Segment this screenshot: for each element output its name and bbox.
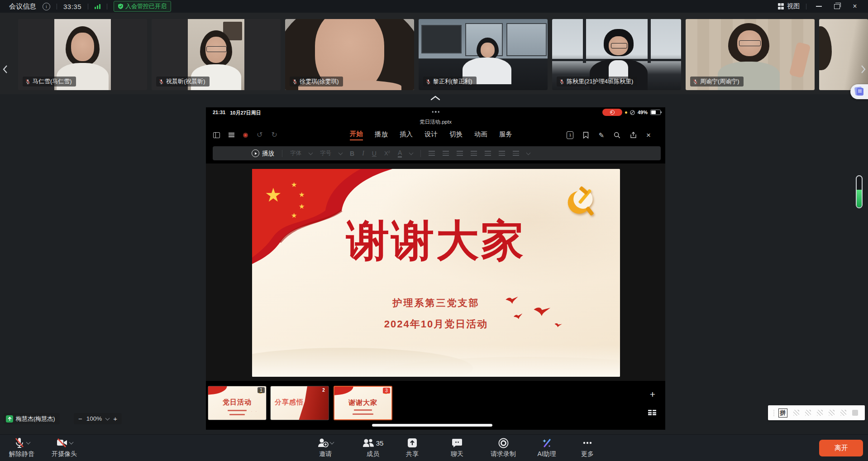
members-button[interactable]: 35 成员: [351, 437, 395, 458]
window-pane: [506, 23, 547, 56]
tab-service[interactable]: 服务: [499, 130, 512, 140]
thumb-textline: [353, 413, 373, 415]
font-size-select[interactable]: 字号: [320, 149, 331, 157]
play-icon: [252, 149, 259, 157]
italic-button[interactable]: I: [362, 150, 364, 157]
ime-pinyin-mode[interactable]: 拼: [778, 408, 787, 418]
current-slide[interactable]: ★ ★ ★ ★ ★ 谢谢大家 护理系第三党支部 2024年10月党日活动: [252, 169, 620, 377]
shared-screen[interactable]: 21:31 10月27日周日 49% 党日活动.pptx ↺ ↻ 开始 播放 插…: [206, 107, 665, 430]
tab-animation[interactable]: 动画: [474, 130, 487, 140]
chevron-down-icon[interactable]: [330, 440, 334, 445]
admission-control-badge[interactable]: 入会管控已开启: [114, 1, 171, 12]
ime-icon[interactable]: [793, 410, 799, 416]
participant-name: 陈秋里(21护理4班陈秋里): [567, 77, 633, 86]
ime-icon[interactable]: [840, 410, 846, 416]
add-slide-button[interactable]: +: [647, 389, 658, 400]
tab-insert[interactable]: 插入: [400, 130, 413, 140]
strip-prev-arrow[interactable]: [0, 62, 10, 76]
bookmark-icon[interactable]: [583, 132, 589, 139]
minimize-button[interactable]: [813, 1, 825, 11]
close-button[interactable]: ×: [849, 1, 861, 11]
presenter-name: 梅慧杰(梅慧杰): [16, 415, 55, 423]
ime-icon[interactable]: [817, 410, 823, 416]
share-icon[interactable]: [630, 132, 637, 139]
strip-next-arrow[interactable]: [858, 62, 868, 76]
sidebar-toggle-icon[interactable]: [213, 132, 220, 138]
chevron-down-icon[interactable]: [339, 150, 343, 155]
ime-drag-handle[interactable]: [773, 410, 774, 416]
video-tile[interactable]: 周谕宁(周谕宁): [686, 19, 815, 90]
ime-toolbar[interactable]: 拼: [768, 405, 865, 420]
line-spacing-icon[interactable]: [429, 151, 435, 156]
chevron-down-icon[interactable]: [105, 416, 110, 420]
zoom-level[interactable]: 100%: [86, 415, 102, 422]
zoom-in-button[interactable]: +: [113, 415, 117, 423]
slide-thumbnail-2[interactable]: 分享感悟 ㆍ 2: [270, 386, 329, 420]
request-record-button[interactable]: 请求录制: [482, 437, 525, 458]
camera-on-button[interactable]: 开摄像头: [43, 437, 86, 458]
video-tile-partial[interactable]: [819, 19, 868, 90]
participant-name: 黎正利(黎正利): [433, 77, 472, 86]
align-justify-icon[interactable]: [499, 151, 505, 156]
collapse-strip-button[interactable]: [428, 93, 443, 102]
thumb-flag-decor: [208, 386, 228, 395]
view-button[interactable]: 视图: [778, 2, 800, 10]
video-tile[interactable]: 陈秋里(21护理4班陈秋里): [552, 19, 681, 90]
invite-button[interactable]: 邀请: [304, 437, 347, 458]
chevron-down-icon[interactable]: [309, 150, 313, 155]
align-right-icon[interactable]: [485, 151, 491, 156]
menu-hamburger-icon[interactable]: [229, 133, 234, 137]
tab-play[interactable]: 播放: [375, 130, 388, 140]
video-tile[interactable]: 马仁雪(马仁雪): [18, 19, 147, 90]
bullet-list-icon[interactable]: [443, 151, 449, 156]
signal-strength-icon[interactable]: [95, 4, 100, 9]
superscript-button[interactable]: X2: [384, 150, 390, 157]
video-tile[interactable]: 祝晨昕(祝晨昕): [152, 19, 281, 90]
font-color-button[interactable]: A: [398, 149, 402, 158]
ime-icon[interactable]: [829, 410, 835, 416]
tab-design[interactable]: 设计: [424, 130, 438, 140]
slide-thumbnail-3-selected[interactable]: 谢谢大家 3: [334, 386, 392, 420]
slide-thumbnail-1[interactable]: 党日活动 ㆍㆍ 1: [208, 386, 267, 420]
ime-keyboard-icon[interactable]: [852, 410, 858, 416]
participant-name-pill: 祝晨昕(祝晨昕): [156, 77, 210, 86]
tab-transition[interactable]: 切换: [449, 130, 463, 140]
undo-icon[interactable]: ↺: [257, 131, 262, 139]
page-number-icon[interactable]: 1: [567, 131, 573, 139]
chevron-down-icon[interactable]: [409, 150, 414, 155]
share-screen-button[interactable]: 共享: [391, 437, 434, 458]
ime-icon[interactable]: [805, 410, 811, 416]
meeting-info-label[interactable]: 会议信息: [9, 2, 36, 11]
chat-button[interactable]: 聊天: [435, 437, 479, 458]
search-icon[interactable]: [614, 132, 620, 139]
underline-button[interactable]: U: [372, 150, 377, 157]
presenter-pill[interactable]: 梅慧杰(梅慧杰): [4, 413, 60, 424]
chevron-down-icon[interactable]: [26, 440, 30, 445]
redo-icon[interactable]: ↻: [271, 131, 277, 139]
slide-sorter-button[interactable]: [648, 410, 656, 415]
align-center-icon[interactable]: [471, 151, 477, 156]
window-pane: [421, 25, 462, 54]
save-status-icon[interactable]: [243, 133, 248, 138]
zoom-out-button[interactable]: −: [78, 415, 82, 423]
video-tile[interactable]: 徐雯琪(徐雯琪): [285, 19, 414, 90]
columns-icon[interactable]: [513, 151, 519, 156]
chevron-down-icon[interactable]: [526, 150, 531, 155]
bold-button[interactable]: B: [350, 150, 354, 157]
ai-assistant-button[interactable]: AI助理: [525, 437, 568, 458]
unmute-button[interactable]: 解除静音: [0, 437, 43, 458]
leave-meeting-button[interactable]: 离开: [819, 440, 863, 456]
play-slideshow-button[interactable]: 播放: [252, 149, 274, 158]
pen-icon[interactable]: ✎: [598, 132, 604, 139]
tab-home[interactable]: 开始: [350, 130, 363, 140]
chevron-down-icon[interactable]: [69, 440, 73, 445]
home-indicator[interactable]: [372, 424, 492, 427]
docked-widget-pill[interactable]: [850, 84, 868, 99]
info-icon[interactable]: i: [43, 3, 50, 10]
align-left-icon[interactable]: [457, 151, 463, 156]
restore-button[interactable]: [831, 1, 843, 11]
close-document-icon[interactable]: ×: [646, 131, 651, 139]
video-tile[interactable]: 黎正利(黎正利): [419, 19, 548, 90]
more-button[interactable]: 更多: [566, 437, 609, 458]
font-family-select[interactable]: 字体: [290, 149, 301, 157]
